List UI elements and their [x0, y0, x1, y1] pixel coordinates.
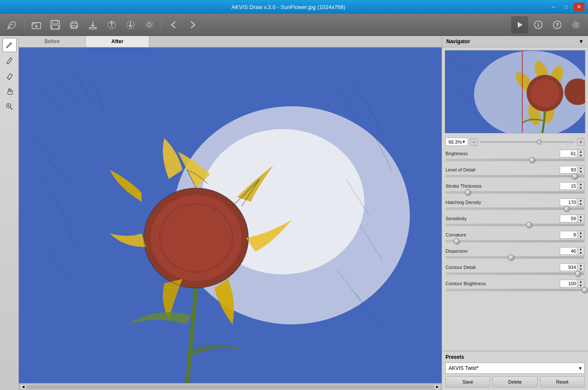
- save-preset-button[interactable]: Save: [445, 376, 490, 387]
- param-spin-down-6[interactable]: ▼: [577, 251, 584, 255]
- close-button[interactable]: ✕: [573, 3, 585, 11]
- svg-marker-11: [518, 22, 523, 28]
- presets-dropdown[interactable]: AKVIS Twist* ▾: [445, 363, 585, 374]
- print-button[interactable]: [65, 16, 83, 33]
- zoom-slider[interactable]: [479, 141, 575, 143]
- hscroll-track[interactable]: [27, 385, 433, 389]
- param-spin-down-4[interactable]: ▼: [577, 219, 584, 222]
- tab-after[interactable]: After: [86, 36, 149, 47]
- param-value-1[interactable]: [560, 166, 577, 174]
- param-value-2[interactable]: [560, 182, 577, 190]
- back-button[interactable]: [165, 16, 182, 33]
- zoom-slider-thumb[interactable]: [537, 139, 542, 145]
- svg-point-59: [531, 79, 560, 108]
- navigator-collapse-icon[interactable]: ▼: [579, 38, 584, 44]
- zoom-in-button[interactable]: +: [577, 138, 585, 146]
- param-spin-up-7[interactable]: ▲: [577, 263, 584, 267]
- print-icon: [68, 19, 80, 30]
- param-slider-4[interactable]: [445, 224, 585, 226]
- pencil-icon: [5, 56, 14, 65]
- param-spin-up-0[interactable]: ▲: [577, 150, 584, 154]
- param-slider-1[interactable]: [445, 175, 585, 177]
- zoom-display[interactable]: 66.3% ▾: [445, 138, 468, 146]
- param-spin-down-5[interactable]: ▼: [577, 235, 584, 239]
- param-slider-thumb-3[interactable]: [564, 206, 570, 212]
- svg-point-6: [71, 24, 72, 25]
- param-slider-thumb-4[interactable]: [526, 222, 532, 228]
- presets-dropdown-icon: ▾: [579, 365, 582, 371]
- param-slider-thumb-1[interactable]: [572, 173, 578, 179]
- navigator-image: [445, 50, 585, 133]
- minimize-button[interactable]: ─: [548, 3, 559, 11]
- param-value-4[interactable]: [560, 215, 577, 222]
- param-slider-thumb-6[interactable]: [508, 254, 514, 260]
- app-settings-button[interactable]: [141, 16, 158, 33]
- param-slider-6[interactable]: [445, 256, 585, 259]
- hscroll-right[interactable]: ▶: [434, 384, 441, 390]
- tab-before[interactable]: Before: [19, 36, 86, 47]
- play-button[interactable]: [511, 16, 528, 33]
- param-slider-0[interactable]: [445, 159, 585, 161]
- eraser-tool[interactable]: [2, 68, 17, 83]
- hand-icon: [5, 87, 14, 95]
- svg-line-18: [11, 43, 12, 44]
- hscroll-left[interactable]: ◀: [20, 384, 27, 390]
- maximize-button[interactable]: □: [561, 3, 572, 11]
- delete-preset-button[interactable]: Delete: [493, 376, 537, 387]
- param-slider-7[interactable]: [445, 272, 585, 275]
- param-spin-up-3[interactable]: ▲: [577, 198, 584, 202]
- param-spin-up-5[interactable]: ▲: [577, 231, 584, 235]
- param-slider-3[interactable]: [445, 207, 585, 210]
- param-slider-thumb-8[interactable]: [582, 287, 588, 293]
- param-slider-thumb-5[interactable]: [454, 238, 460, 244]
- param-spin-down-1[interactable]: ▼: [577, 170, 584, 174]
- param-value-3[interactable]: [560, 198, 577, 206]
- param-slider-5[interactable]: [445, 240, 585, 242]
- logo-button[interactable]: [3, 16, 21, 33]
- zoom-tool[interactable]: [2, 99, 17, 114]
- help-button[interactable]: ?: [549, 16, 566, 33]
- info-button[interactable]: i: [530, 16, 547, 33]
- brush-tool[interactable]: [2, 38, 17, 52]
- play-icon: [515, 20, 524, 30]
- download-settings-button[interactable]: [122, 16, 139, 33]
- param-spin-up-6[interactable]: ▲: [577, 247, 584, 251]
- gear-button[interactable]: [567, 16, 585, 33]
- tab-bar: Before After: [19, 36, 442, 47]
- param-spin-up-8[interactable]: ▲: [577, 280, 584, 284]
- param-value-8[interactable]: [560, 280, 577, 287]
- navigator-preview: [445, 50, 585, 133]
- hand-tool[interactable]: [2, 84, 17, 98]
- param-spin-up-4[interactable]: ▲: [577, 215, 584, 219]
- pencil-tool[interactable]: [2, 53, 17, 68]
- forward-button[interactable]: [184, 16, 201, 33]
- param-spin-up-1[interactable]: ▲: [577, 166, 584, 170]
- presets-selected: AKVIS Twist*: [448, 365, 478, 371]
- param-value-0[interactable]: [560, 150, 577, 157]
- param-slider-thumb-7[interactable]: [575, 271, 581, 277]
- save-button[interactable]: [47, 16, 64, 33]
- param-slider-2[interactable]: [445, 191, 585, 194]
- reset-preset-button[interactable]: Reset: [540, 376, 585, 387]
- param-spin-down-0[interactable]: ▼: [577, 154, 584, 157]
- param-slider-thumb-2[interactable]: [465, 189, 471, 195]
- param-row-level-of-detail: Level of Detail▲▼: [442, 164, 588, 180]
- params-panel: Brightness▲▼Level of Detail▲▼Stroke Thic…: [442, 148, 588, 349]
- download-button[interactable]: [84, 16, 101, 33]
- param-spin-down-2[interactable]: ▼: [577, 186, 584, 190]
- open-button[interactable]: [28, 16, 45, 33]
- param-slider-8[interactable]: [445, 289, 585, 291]
- param-value-5[interactable]: [560, 231, 577, 239]
- toolbar: i ?: [0, 14, 588, 36]
- zoom-value: 66.3%: [448, 139, 462, 145]
- param-value-6[interactable]: [560, 247, 577, 255]
- svg-rect-1: [51, 21, 59, 29]
- param-spin-down-3[interactable]: ▼: [577, 202, 584, 206]
- param-label-8: Contour Brightness: [445, 281, 486, 286]
- window-title: AKVIS Draw v.3.0 - SunFlower.jpg (1024x7…: [29, 4, 548, 10]
- param-spin-up-2[interactable]: ▲: [577, 182, 584, 186]
- param-value-7[interactable]: [560, 263, 577, 271]
- upload-settings-button[interactable]: [103, 16, 120, 33]
- param-slider-thumb-0[interactable]: [529, 157, 535, 163]
- zoom-out-button[interactable]: −: [470, 138, 478, 146]
